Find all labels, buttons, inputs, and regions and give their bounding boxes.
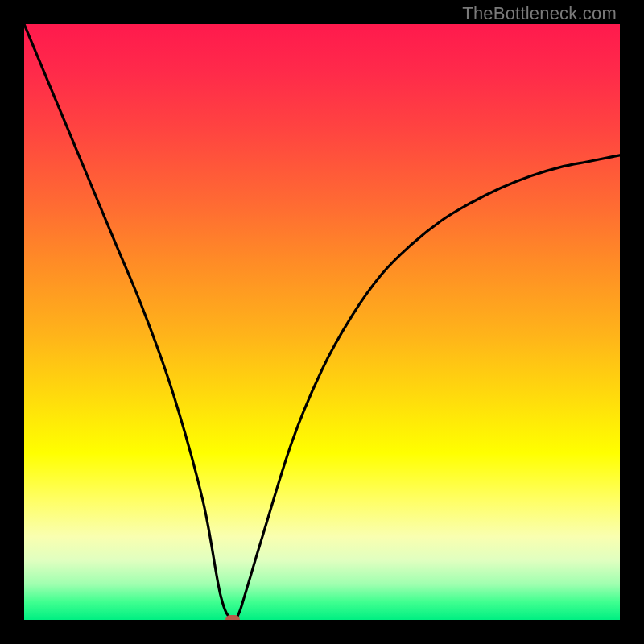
watermark-text: TheBottleneck.com	[462, 3, 617, 24]
chart-area	[24, 24, 620, 620]
bottleneck-curve	[24, 24, 620, 620]
optimal-point-marker	[225, 615, 240, 620]
